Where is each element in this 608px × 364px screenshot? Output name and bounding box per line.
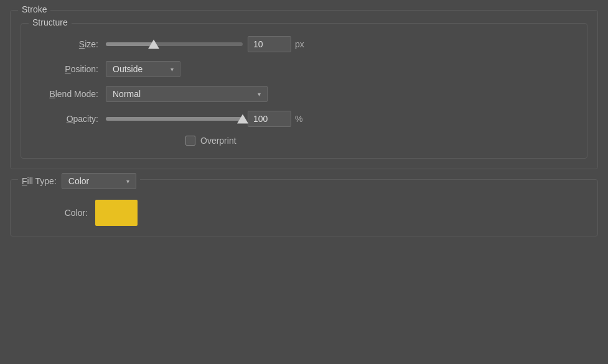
blend-mode-dropdown-arrow: ▾ [251,91,261,98]
fill-type-dropdown[interactable]: Color ▾ [62,173,136,189]
size-slider-fill [106,42,154,46]
position-dropdown[interactable]: Outside ▾ [106,61,180,77]
opacity-input[interactable] [248,111,291,127]
opacity-slider-track[interactable] [106,117,243,121]
overprint-checkbox[interactable] [185,136,195,146]
color-label: Color: [21,208,95,218]
size-row: Size: px [31,36,577,52]
fill-type-value: Color [68,176,89,186]
position-dropdown-arrow: ▾ [164,66,174,73]
position-row: Position: Outside ▾ [31,61,577,77]
opacity-slider-thumb[interactable] [237,114,248,124]
size-slider-thumb[interactable] [148,40,159,49]
size-slider-container: px [106,36,577,52]
main-container: Stroke Structure Size: px [0,0,608,364]
opacity-slider-container: % [106,111,577,127]
structure-section: Structure Size: px Position: [21,23,587,159]
fill-type-dropdown-arrow: ▾ [120,178,129,185]
blend-mode-dropdown[interactable]: Normal ▾ [106,86,268,102]
opacity-slider-fill [106,117,243,121]
fill-section: Fill Type: Color ▾ Color: [10,179,598,236]
blend-mode-value: Normal [113,89,141,99]
overprint-container: Overprint [185,136,236,146]
size-input[interactable] [248,36,291,52]
blend-mode-label: Blend Mode: [31,89,106,99]
stroke-label: Stroke [18,4,50,14]
position-label: Position: [31,64,106,74]
stroke-section: Stroke Structure Size: px [10,10,598,169]
opacity-row: Opacity: % [31,111,577,127]
overprint-row: Overprint [31,136,577,146]
size-slider-track[interactable] [106,42,243,46]
structure-label: Structure [29,17,72,27]
blend-mode-row: Blend Mode: Normal ▾ [31,86,577,102]
opacity-unit: % [295,114,302,124]
overprint-label: Overprint [200,136,236,146]
size-label: Size: [31,39,106,49]
color-swatch[interactable] [95,200,138,226]
color-row: Color: [21,200,587,226]
size-unit: px [295,39,304,49]
opacity-label: Opacity: [31,114,106,124]
fill-section-header: Fill Type: Color ▾ [18,173,140,189]
position-value: Outside [113,64,143,74]
